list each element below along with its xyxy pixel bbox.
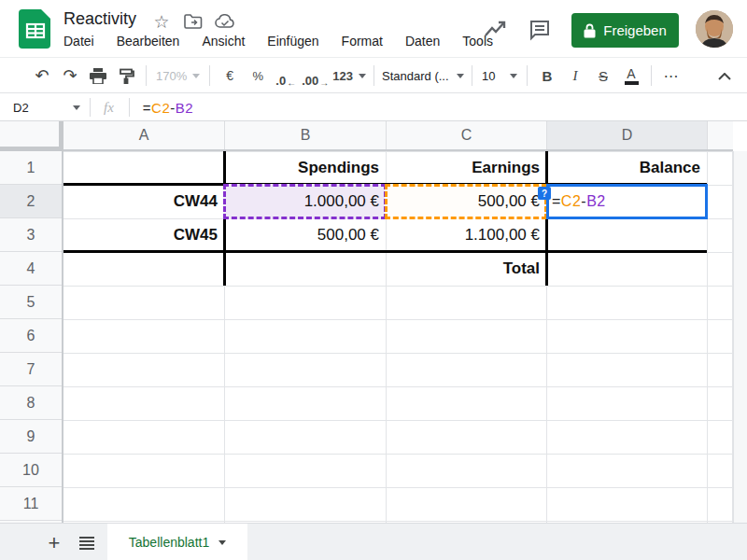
undo-button[interactable]: ↶: [30, 63, 54, 88]
share-button[interactable]: Freigeben: [571, 13, 679, 48]
cell-B1[interactable]: Spendings: [224, 151, 386, 185]
move-folder-icon[interactable]: [183, 11, 204, 32]
google-sheets-app: Reactivity ☆ Datei Bearbeiten Ansicht Ei…: [0, 0, 747, 560]
column-header-b[interactable]: B: [224, 121, 386, 149]
chevron-down-icon: [218, 540, 226, 545]
row-header-6[interactable]: 6: [0, 319, 62, 353]
cloud-saved-icon[interactable]: [215, 11, 235, 32]
menu-ansicht[interactable]: Ansicht: [202, 34, 245, 49]
text-color-button[interactable]: A: [619, 63, 643, 88]
cell-C1[interactable]: Earnings: [386, 151, 546, 185]
document-title[interactable]: Reactivity: [63, 9, 136, 29]
row-header-11[interactable]: 11: [0, 487, 62, 521]
chevron-down-icon: [192, 74, 200, 78]
row-header-8[interactable]: 8: [0, 386, 62, 420]
number-format-button[interactable]: 123: [332, 63, 366, 88]
chevron-down-icon: [359, 74, 366, 78]
sheet-tab-tabellenblatt1[interactable]: Tabellenblatt1: [107, 524, 247, 560]
font-family-value: Standard (...: [382, 69, 449, 83]
font-size-select[interactable]: 10: [478, 69, 521, 83]
column-header-c[interactable]: C: [386, 121, 546, 149]
account-avatar[interactable]: [696, 10, 733, 48]
zoom-select[interactable]: 170%: [152, 69, 204, 83]
row-header-1[interactable]: 1: [0, 151, 62, 185]
formula-token-ref1: C2: [561, 193, 581, 210]
formula-help-badge[interactable]: ?: [538, 187, 551, 200]
all-sheets-menu-button[interactable]: [75, 531, 99, 555]
formula-token-eq: =: [552, 193, 561, 210]
comment-icon[interactable]: [527, 17, 553, 43]
row-header-5[interactable]: 5: [0, 286, 62, 319]
redo-button[interactable]: ↷: [58, 63, 82, 88]
cell-A3[interactable]: CW45: [63, 218, 224, 252]
title-bar: Reactivity ☆ Datei Bearbeiten Ansicht Ei…: [0, 0, 747, 58]
collapse-toolbar-button[interactable]: [713, 65, 736, 88]
text-color-swatch: [625, 81, 639, 85]
cell-C4[interactable]: Total: [386, 252, 546, 286]
font-family-select[interactable]: Standard (...: [380, 69, 466, 83]
referenced-cell-C2[interactable]: 500,00 €: [385, 184, 547, 219]
cell-C3[interactable]: 1.100,00 €: [386, 218, 546, 252]
sheet-tabs-bar: + Tabellenblatt1 ✦ ‹: [0, 523, 747, 560]
select-all-corner[interactable]: [0, 121, 63, 151]
fx-icon: fx: [104, 100, 114, 116]
menu-daten[interactable]: Daten: [405, 34, 440, 49]
font-size-value: 10: [482, 69, 495, 83]
insights-icon[interactable]: [482, 17, 508, 43]
percent-format-button[interactable]: %: [246, 63, 270, 88]
spreadsheet-grid: A B C D 1 2 3 4 5 6 7 8 9 10 11 Spending…: [0, 121, 747, 523]
lock-icon: [584, 23, 596, 38]
row-header-2[interactable]: 2: [0, 185, 62, 218]
zoom-value: 170%: [156, 69, 187, 83]
share-button-label: Freigeben: [603, 22, 667, 38]
row-headers: 1 2 3 4 5 6 7 8 9 10 11: [0, 151, 63, 523]
column-headers: A B C D: [63, 121, 733, 151]
currency-format-button[interactable]: €: [218, 63, 242, 88]
sheet-tab-label: Tabellenblatt1: [129, 535, 209, 550]
formula-token-ref2: B2: [176, 100, 193, 116]
formula-token-ref2: B2: [586, 193, 606, 210]
chevron-down-icon: [510, 74, 517, 78]
column-header-d[interactable]: D: [546, 121, 707, 149]
print-button[interactable]: [86, 63, 110, 88]
decrease-decimals-button[interactable]: .0←: [274, 63, 298, 88]
menu-bearbeiten[interactable]: Bearbeiten: [117, 34, 180, 49]
referenced-cell-B2[interactable]: 1.000,00 €: [223, 184, 387, 219]
bold-button[interactable]: B: [535, 63, 559, 88]
sheets-logo-icon[interactable]: [19, 9, 52, 52]
more-toolbar-button[interactable]: ⋯: [659, 63, 684, 88]
cell-D1[interactable]: Balance: [546, 151, 707, 185]
formula-bar: D2 fx =C2-B2: [0, 94, 747, 121]
chevron-down-icon: [73, 105, 80, 110]
cell-A2[interactable]: CW44: [63, 185, 224, 218]
cell-B3[interactable]: 500,00 €: [224, 218, 386, 252]
menu-bar: Datei Bearbeiten Ansicht Einfügen Format…: [63, 34, 493, 49]
italic-button[interactable]: I: [563, 63, 587, 88]
chevron-down-icon: [457, 74, 464, 78]
increase-decimals-button[interactable]: .00→: [302, 63, 329, 88]
formula-token-eq: =: [143, 100, 151, 116]
vertical-scrollbar[interactable]: [733, 151, 747, 523]
editing-cell-D2[interactable]: =C2-B2: [546, 184, 708, 219]
menu-datei[interactable]: Datei: [63, 34, 94, 49]
column-header-e-partial[interactable]: [707, 121, 733, 149]
row-header-9[interactable]: 9: [0, 420, 62, 454]
row-header-3[interactable]: 3: [0, 218, 62, 252]
active-cell-reference: D2: [13, 101, 29, 115]
menu-einfuegen[interactable]: Einfügen: [267, 34, 318, 49]
row-header-10[interactable]: 10: [0, 454, 62, 487]
table-border: [63, 250, 707, 253]
name-box[interactable]: D2: [0, 101, 90, 115]
add-sheet-button[interactable]: +: [42, 531, 66, 555]
star-icon[interactable]: ☆: [151, 11, 172, 32]
strikethrough-button[interactable]: S: [591, 63, 615, 88]
paint-format-button[interactable]: [114, 63, 138, 88]
row-header-7[interactable]: 7: [0, 353, 62, 386]
formula-input[interactable]: =C2-B2: [143, 100, 193, 116]
formula-token-ref1: C2: [151, 100, 170, 116]
toolbar: ↶ ↷ 170% € % .0← .00→: [0, 59, 747, 93]
column-header-a[interactable]: A: [63, 121, 224, 149]
row-header-4[interactable]: 4: [0, 252, 62, 286]
menu-format[interactable]: Format: [342, 34, 383, 49]
